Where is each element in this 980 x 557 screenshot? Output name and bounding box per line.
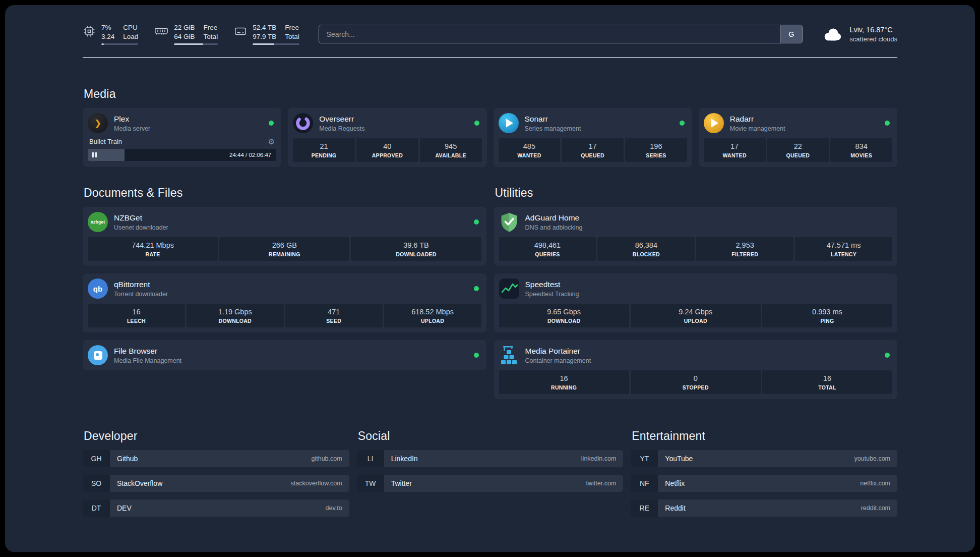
stat-pending: 21PENDING [293,138,355,162]
search-input[interactable] [319,25,780,43]
memory-total-value: 64 GiB [174,32,195,41]
bookmark-url: youtube.com [854,455,890,462]
bookmark-dev[interactable]: DT DEVdev.to [83,499,349,517]
service-card-nzbget: nzbget NZBGet Usenet downloader 744.21 M… [83,207,486,266]
resource-widgets: 7% 3.24 CPU Load [83,23,299,45]
nzbget-icon: nzbget [88,212,108,232]
service-stats: 744.21 MbpsRATE 266 GBREMAINING 39.6 TBD… [88,237,481,261]
service-name: Radarr [730,115,785,124]
bookmark-youtube[interactable]: YT YouTubeyoutube.com [631,450,897,467]
section-title-social: Social [358,429,624,443]
service-name: Overseerr [319,115,364,124]
section-title-utilities: Utilities [495,186,898,200]
service-card-adguard: AdGuard Home DNS and adblocking 498,461Q… [494,207,898,266]
bookmark-github[interactable]: GH Githubgithub.com [83,450,349,467]
service-link-adguard[interactable]: AdGuard Home DNS and adblocking [499,212,893,232]
bookmark-stackoverflow[interactable]: SO StackOverflowstackoverflow.com [83,475,349,492]
documents-section: Documents & Files nzbget NZBGet Usenet d… [83,186,486,370]
bookmark-abbr: NF [631,475,658,492]
bookmark-url: github.com [312,455,342,462]
bookmark-twitter[interactable]: TW Twittertwitter.com [357,475,624,492]
bookmark-url: stackoverflow.com [291,480,342,487]
service-desc: Media Requests [319,125,364,132]
service-name: qBittorrent [114,280,168,289]
memory-widget: 22 GiB 64 GiB Free Total [154,23,218,45]
cpu-load-label: Load [123,32,138,41]
pause-button[interactable] [92,152,97,157]
sonarr-icon [499,113,519,133]
service-stats: 16RUNNING 0STOPPED 16TOTAL [499,370,893,394]
bookmark-reddit[interactable]: RE Redditreddit.com [631,499,897,517]
portainer-icon [499,345,519,365]
service-desc: Usenet downloader [114,224,168,231]
utilities-section: Utilities AdGuard Home [494,186,898,399]
service-link-portainer[interactable]: Media Portainer Container management [499,345,893,365]
stat-download: 1.19 GbpsDOWNLOAD [187,304,284,327]
gear-icon[interactable]: ⚙ [268,138,275,145]
bookmark-url: reddit.com [861,505,890,512]
disk-icon [234,25,247,38]
status-indicator [269,121,274,126]
service-name: Media Portainer [525,347,591,356]
service-link-sonarr[interactable]: Sonarr Series management [499,113,687,133]
bookmark-url: dev.to [326,505,342,512]
disk-free-value: 52.4 TB [253,23,276,32]
playback-progress-bar[interactable]: 24:44 / 02:06:47 [88,149,276,161]
section-title-entertainment: Entertainment [632,429,897,443]
service-link-qbittorrent[interactable]: qb qBittorrent Torrent downloader [88,278,481,299]
service-name: NZBGet [114,213,168,222]
memory-free-value: 22 GiB [174,23,195,32]
service-card-portainer: Media Portainer Container management 16R… [494,340,898,399]
plex-icon: ❯ [88,113,108,133]
entertainment-section: Entertainment YT YouTubeyoutube.com NF N… [631,429,897,517]
stat-queued: 22QUEUED [767,138,829,162]
bookmark-abbr: LI [357,450,384,467]
stat-remaining: 266 GBREMAINING [219,237,349,261]
service-link-speedtest[interactable]: Speedtest Speedtest Tracking [499,278,893,299]
service-card-plex: ❯ Plex Media server Bullet Train ⚙ [83,108,281,167]
status-indicator [680,121,685,126]
filebrowser-icon [88,345,108,365]
stat-filtered: 2,953FILTERED [696,237,793,261]
service-link-radarr[interactable]: Radarr Movie management [704,113,892,133]
service-desc: Container management [525,357,591,364]
service-card-qbittorrent: qb qBittorrent Torrent downloader 16LEEC… [83,273,486,332]
service-stats: 498,461QUERIES 86,384BLOCKED 2,953FILTER… [499,237,893,261]
cloud-icon [822,26,843,42]
dashboard-window: 7% 3.24 CPU Load [5,5,975,552]
adguard-icon [499,212,519,232]
service-link-plex[interactable]: ❯ Plex Media server [88,113,276,133]
stat-total: 16TOTAL [762,370,892,394]
media-section: Media ❯ Plex Media server Bullet Tr [83,87,897,167]
bookmark-url: netflix.com [860,480,890,487]
bookmark-name: DEV [117,504,132,512]
service-name: File Browser [114,347,181,356]
stat-upload: 618.52 MbpsUPLOAD [384,304,481,327]
disk-total-label: Total [285,32,299,41]
service-card-filebrowser: File Browser Media File Management [83,340,486,370]
bookmark-linkedin[interactable]: LI LinkedInlinkedin.com [357,450,624,467]
weather-condition: scattered clouds [849,35,897,43]
bookmark-abbr: SO [83,475,110,492]
stat-queries: 498,461QUERIES [499,237,596,261]
bookmark-netflix[interactable]: NF Netflixnetflix.com [631,475,897,492]
service-link-filebrowser[interactable]: File Browser Media File Management [88,345,481,365]
bookmark-name: Reddit [665,504,685,512]
service-card-radarr: Radarr Movie management 17WANTED 22QUEUE… [699,108,897,167]
memory-usage-bar [174,43,218,45]
service-stats: 17WANTED 22QUEUED 834MOVIES [704,138,892,162]
stat-upload: 9.24 GbpsUPLOAD [631,304,761,327]
bookmark-name: LinkedIn [391,455,418,463]
section-title-media: Media [84,87,897,101]
stat-downloaded: 39.6 TBDOWNLOADED [351,237,481,261]
search-provider-button[interactable]: G [780,25,802,43]
service-link-nzbget[interactable]: nzbget NZBGet Usenet downloader [88,212,481,232]
status-indicator [885,353,890,358]
stat-wanted: 17WANTED [704,138,766,162]
bookmark-url: linkedin.com [581,455,616,462]
overseerr-icon [293,113,313,133]
service-link-overseerr[interactable]: Overseerr Media Requests [293,113,481,133]
status-indicator [474,353,479,358]
bookmark-abbr: TW [357,475,384,492]
bookmark-name: Twitter [391,479,412,487]
